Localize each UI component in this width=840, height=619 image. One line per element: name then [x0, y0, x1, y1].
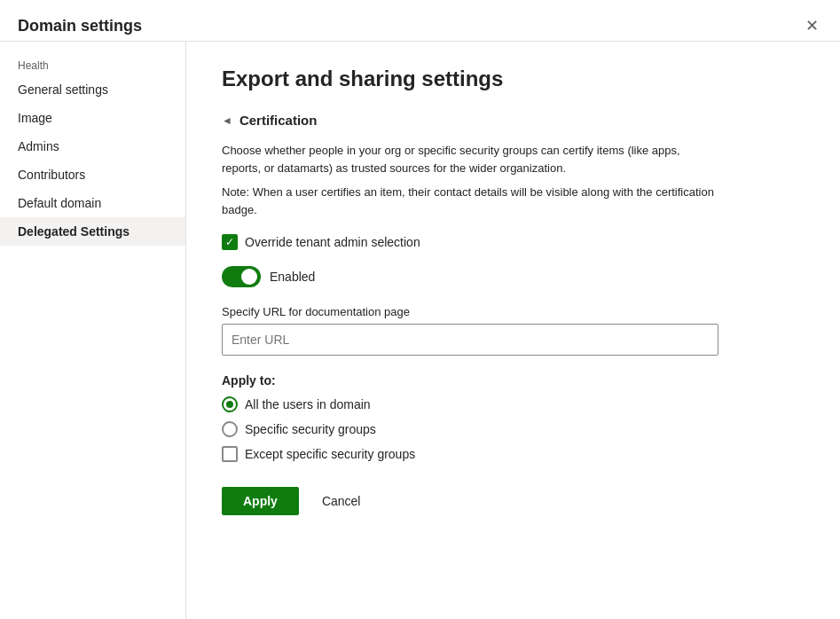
button-row: Apply Cancel [222, 487, 805, 515]
enabled-toggle[interactable] [222, 266, 261, 287]
radio-all-users-label: All the users in domain [245, 397, 371, 411]
toggle-row: Enabled [222, 266, 805, 287]
radio-all-users[interactable] [222, 396, 238, 412]
apply-button[interactable]: Apply [222, 487, 299, 515]
section-title: Certification [239, 113, 318, 128]
sidebar-item-default-domain[interactable]: Default domain [0, 189, 185, 217]
override-checkbox[interactable]: ✓ [222, 234, 238, 250]
url-input[interactable] [222, 324, 718, 356]
cancel-button[interactable]: Cancel [308, 487, 375, 515]
radio-specific-groups-label: Specific security groups [245, 422, 376, 436]
radio-dot [226, 401, 233, 408]
except-checkbox-label: Except specific security groups [245, 447, 415, 461]
sidebar-item-delegated-settings[interactable]: Delegated Settings [0, 217, 185, 246]
except-checkbox[interactable] [222, 446, 238, 462]
description-note: Note: When a user certifies an item, the… [222, 184, 718, 218]
checkmark-icon: ✓ [225, 237, 234, 247]
toggle-label: Enabled [270, 270, 315, 284]
domain-settings-dialog: Domain settings ✕ Health General setting… [0, 0, 840, 619]
url-field-label: Specify URL for documentation page [222, 305, 805, 318]
close-button[interactable]: ✕ [802, 14, 822, 37]
sidebar: Health General settings Image Admins Con… [0, 42, 186, 619]
override-checkbox-row: ✓ Override tenant admin selection [222, 234, 805, 250]
radio-all-users-row: All the users in domain [222, 396, 805, 412]
radio-specific-groups-row: Specific security groups [222, 421, 805, 437]
sidebar-item-image[interactable]: Image [0, 104, 185, 132]
dialog-title: Domain settings [18, 17, 142, 35]
section-header: ◄ Certification [222, 113, 805, 128]
sidebar-section-health: Health [0, 52, 185, 75]
sidebar-item-general-settings[interactable]: General settings [0, 75, 185, 104]
collapse-icon[interactable]: ◄ [222, 114, 232, 127]
radio-specific-groups[interactable] [222, 421, 238, 437]
dialog-header: Domain settings ✕ [0, 0, 840, 42]
override-checkbox-label: Override tenant admin selection [245, 235, 420, 249]
except-checkbox-row: Except specific security groups [222, 446, 805, 462]
main-content: Export and sharing settings ◄ Certificat… [186, 42, 840, 619]
page-title: Export and sharing settings [222, 67, 805, 91]
toggle-knob [241, 269, 257, 285]
sidebar-item-admins[interactable]: Admins [0, 132, 185, 161]
apply-to-label: Apply to: [222, 373, 805, 388]
dialog-body: Health General settings Image Admins Con… [0, 42, 840, 619]
description-1: Choose whether people in your org or spe… [222, 142, 718, 176]
sidebar-item-contributors[interactable]: Contributors [0, 161, 185, 189]
